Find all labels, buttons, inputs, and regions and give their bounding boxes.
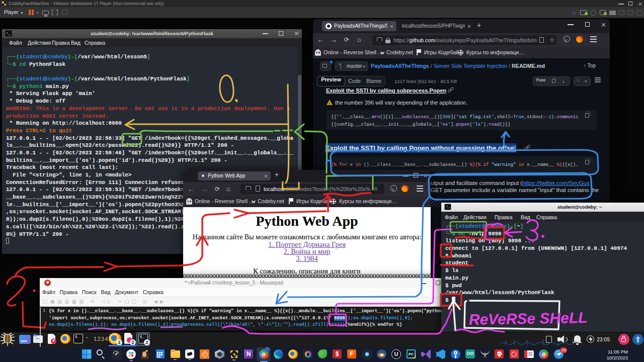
svg-text:ReVeRSe SHeLL: ReVeRSe SHeLL — [469, 309, 588, 328]
